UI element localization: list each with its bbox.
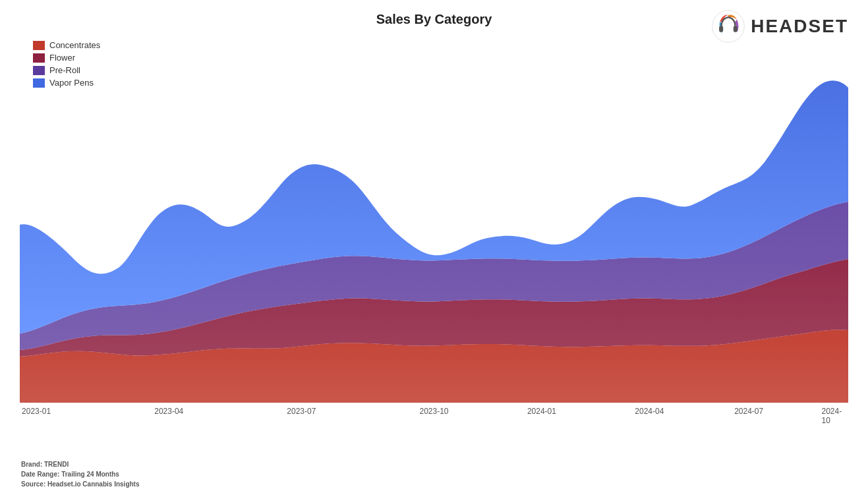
legend-item-vaporpens: Vapor Pens (33, 78, 100, 88)
svg-rect-2 (734, 26, 738, 32)
x-label-4: 2024-01 (527, 407, 556, 416)
x-label-0: 2023-01 (22, 407, 51, 416)
x-label-1: 2023-04 (154, 407, 183, 416)
concentrates-swatch (33, 41, 45, 50)
date-label: Date Range: (21, 471, 59, 478)
x-label-2: 2023-07 (287, 407, 316, 416)
preroll-swatch (33, 66, 45, 75)
x-axis: 2023-01 2023-04 2023-07 2023-10 2024-01 … (20, 403, 848, 436)
legend-item-flower: Flower (33, 53, 100, 63)
flower-label: Flower (49, 53, 75, 63)
vaporpens-swatch (33, 78, 45, 88)
brand-label: Brand: (21, 461, 42, 468)
x-label-6: 2024-07 (734, 407, 763, 416)
date-value: Trailing 24 Months (61, 471, 119, 478)
legend-item-concentrates: Concentrates (33, 40, 100, 50)
chart-container: Concentrates Flower Pre-Roll Vapor Pens (20, 34, 848, 436)
source-value: Headset.io Cannabis Insights (47, 480, 139, 488)
source-label: Source: (21, 480, 45, 488)
legend-item-preroll: Pre-Roll (33, 65, 100, 75)
preroll-label: Pre-Roll (49, 65, 80, 75)
concentrates-label: Concentrates (49, 40, 100, 50)
x-label-5: 2024-04 (635, 407, 664, 416)
brand-value: TRENDI (44, 461, 69, 468)
svg-rect-1 (719, 26, 723, 32)
vaporpens-label: Vapor Pens (49, 78, 94, 88)
chart-legend: Concentrates Flower Pre-Roll Vapor Pens (33, 40, 100, 88)
flower-swatch (33, 53, 45, 63)
footer-info: Brand: TRENDI Date Range: Trailing 24 Mo… (21, 459, 140, 489)
x-label-7: 2024-10 (822, 407, 842, 425)
x-label-3: 2023-10 (419, 407, 448, 416)
chart-svg (20, 34, 848, 403)
